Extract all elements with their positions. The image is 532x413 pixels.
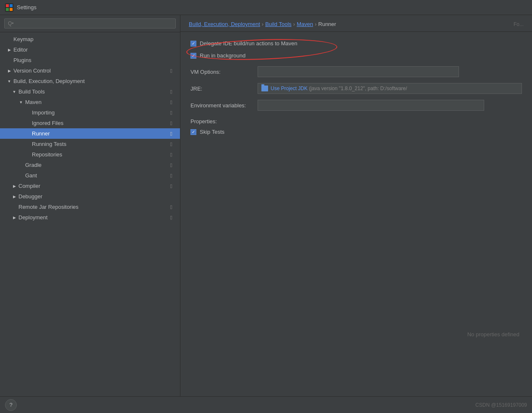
jre-folder-icon [261,86,268,91]
sidebar-item-importing[interactable]: Importing▯ [0,107,180,118]
vm-options-input[interactable] [258,66,459,77]
nav-label-remote-jar-repositories: Remote Jar Repositories [18,204,170,210]
search-bar[interactable] [0,15,180,32]
arrow-icon-debugger: ▶ [12,194,17,199]
properties-section-label: Properties: [190,118,522,125]
sidebar-nav: Keymap▶EditorPlugins▶Version Control▯▼Bu… [0,32,180,396]
jre-detail: (java version "1.8.0_212", path: D:/soft… [309,86,407,91]
nav-label-version-control: Version Control [13,68,170,74]
sidebar-item-gradle[interactable]: Gradle▯ [0,160,180,170]
vm-options-row: VM Options: [190,66,522,77]
arrow-icon-build-tools: ▼ [12,89,17,94]
svg-rect-1 [6,4,9,7]
copy-icon-gant: ▯ [170,173,176,179]
delegate-label: Delegate IDE build/run actions to Maven [200,40,297,47]
nav-label-build-tools: Build Tools [18,88,170,95]
breadcrumb-runner: Runner [318,21,336,27]
window-title: Settings [17,4,37,10]
jre-link: Use Project JDK [271,86,308,91]
svg-rect-3 [6,8,9,11]
svg-rect-4 [10,8,13,11]
nav-label-repositories: Repositories [32,151,170,158]
run-in-background-label: Run in background [200,52,245,59]
svg-rect-2 [10,4,13,7]
breadcrumb: Build, Execution, Deployment › Build Too… [180,15,532,32]
env-vars-row: Environment variables: [190,100,522,111]
breadcrumb-extra: Fo... [514,21,524,27]
copy-icon-version-control: ▯ [170,68,176,74]
content-panel: Build, Execution, Deployment › Build Too… [180,15,532,396]
copy-icon-repositories: ▯ [170,152,176,158]
copy-icon-maven: ▯ [170,99,176,105]
nav-label-runner: Runner [32,130,170,137]
run-in-background-row[interactable]: ✓ Run in background [190,52,522,59]
sidebar-item-compiler[interactable]: ▶Compiler▯ [0,181,180,191]
nav-label-plugins: Plugins [13,57,176,63]
skip-tests-label: Skip Tests [200,129,224,135]
arrow-icon-editor: ▶ [7,47,12,52]
breadcrumb-sep-2: › [293,21,295,27]
sidebar: Keymap▶EditorPlugins▶Version Control▯▼Bu… [0,15,180,396]
run-in-background-checkbox[interactable]: ✓ [190,53,196,59]
jre-text: Use Project JDK (java version "1.8.0_212… [271,86,407,91]
nav-label-build-execution-deployment: Build, Execution, Deployment [13,78,176,84]
skip-tests-row[interactable]: ✓ Skip Tests [190,129,522,135]
copy-icon-importing: ▯ [170,110,176,116]
nav-label-maven: Maven [25,99,170,105]
nav-label-debugger: Debugger [18,193,176,200]
nav-label-keymap: Keymap [13,36,176,42]
run-in-background-checkmark: ✓ [192,54,195,58]
sidebar-item-editor[interactable]: ▶Editor [0,44,180,55]
breadcrumb-maven[interactable]: Maven [297,21,313,27]
copy-icon-runner: ▯ [170,131,176,137]
sidebar-item-ignored-files[interactable]: Ignored Files▯ [0,118,180,128]
nav-label-gant: Gant [25,172,170,179]
nav-label-editor: Editor [13,47,176,53]
skip-tests-checkbox[interactable]: ✓ [190,129,196,135]
arrow-icon-maven: ▼ [18,100,23,105]
jre-row: JRE: Use Project JDK (java version "1.8.… [190,83,522,94]
sidebar-item-runner[interactable]: Runner▯ [0,128,180,139]
search-input[interactable] [4,18,176,29]
sidebar-item-build-tools[interactable]: ▼Build Tools▯ [0,86,180,97]
sidebar-item-maven[interactable]: ▼Maven▯ [0,97,180,107]
breadcrumb-sep-1: › [262,21,263,27]
sidebar-item-repositories[interactable]: Repositories▯ [0,149,180,160]
jre-label: JRE: [190,86,258,92]
no-properties-text: No properties defined [467,331,519,338]
breadcrumb-build-tools[interactable]: Build Tools [265,21,292,27]
nav-label-ignored-files: Ignored Files [32,120,170,126]
arrow-icon-build-execution-deployment: ▼ [7,79,12,84]
breadcrumb-sep-3: › [315,21,316,27]
sidebar-item-running-tests[interactable]: Running Tests▯ [0,139,180,149]
delegate-checkbox-row[interactable]: ✓ Delegate IDE build/run actions to Mave… [190,40,522,47]
help-button[interactable]: ? [5,399,17,411]
bottom-bar: ? CSDN @15169197009 [0,396,532,413]
nav-label-deployment: Deployment [18,214,170,221]
watermark: CSDN @15169197009 [475,402,527,408]
arrow-icon-deployment: ▶ [12,215,17,220]
nav-label-gradle: Gradle [25,162,170,168]
sidebar-item-version-control[interactable]: ▶Version Control▯ [0,65,180,76]
main-layout: Keymap▶EditorPlugins▶Version Control▯▼Bu… [0,15,532,396]
nav-label-compiler: Compiler [18,183,170,189]
copy-icon-ignored-files: ▯ [170,120,176,126]
breadcrumb-build-execution-deployment[interactable]: Build, Execution, Deployment [189,21,260,27]
sidebar-item-remote-jar-repositories[interactable]: Remote Jar Repositories▯ [0,202,180,212]
sidebar-item-debugger[interactable]: ▶Debugger [0,191,180,202]
nav-label-importing: Importing [32,109,170,116]
arrow-icon-compiler: ▶ [12,184,17,189]
sidebar-item-build-execution-deployment[interactable]: ▼Build, Execution, Deployment [0,76,180,86]
copy-icon-deployment: ▯ [170,215,176,221]
copy-icon-build-tools: ▯ [170,89,176,95]
jre-value[interactable]: Use Project JDK (java version "1.8.0_212… [258,83,522,94]
title-bar: Settings [0,0,532,15]
sidebar-item-gant[interactable]: Gant▯ [0,170,180,181]
env-vars-input[interactable] [258,100,484,111]
copy-icon-remote-jar-repositories: ▯ [170,204,176,210]
sidebar-item-plugins[interactable]: Plugins [0,55,180,65]
sidebar-item-keymap[interactable]: Keymap [0,34,180,44]
sidebar-item-deployment[interactable]: ▶Deployment▯ [0,212,180,223]
skip-tests-checkmark: ✓ [192,130,195,134]
delegate-checkbox[interactable]: ✓ [190,41,196,47]
